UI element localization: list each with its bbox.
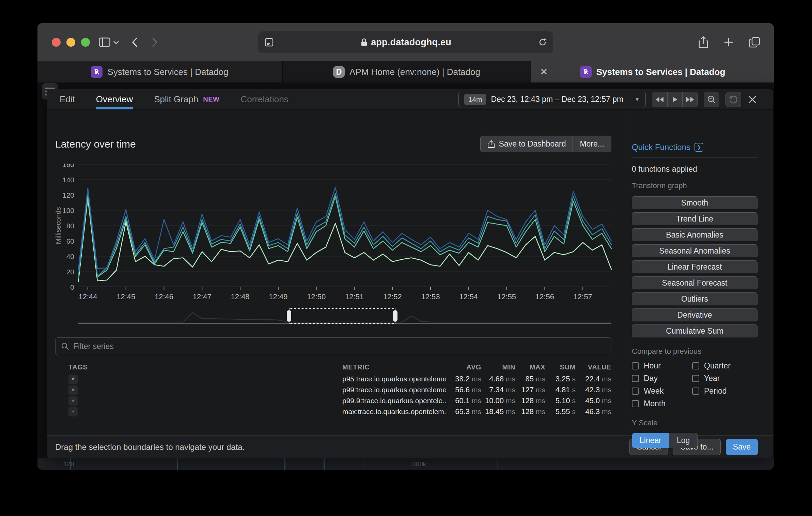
metric-name[interactable]: p99.9:trace.io.quarkus.opentele...	[342, 397, 447, 405]
checkbox-icon[interactable]	[632, 375, 639, 382]
datadog-favicon	[580, 66, 592, 78]
brush-handle-right[interactable]	[393, 310, 397, 322]
compare-checkbox-day[interactable]: Day	[632, 374, 692, 383]
filter-series-field[interactable]	[55, 337, 611, 355]
browser-tab-bar: Systems to Services | Datadog D APM Home…	[37, 61, 774, 82]
svg-text:12:51: 12:51	[345, 292, 364, 301]
tab-correlations[interactable]: Correlations	[240, 89, 288, 109]
quick-functions-sidebar: Quick Functions ❯ 0 functions applied Tr…	[632, 110, 758, 448]
rewind-button[interactable]	[652, 92, 667, 107]
yscale-linear-button[interactable]: Linear	[632, 433, 669, 448]
transform-button-cumulative-sum[interactable]: Cumulative Sum	[632, 324, 758, 337]
time-range-text: Dec 23, 12:43 pm – Dec 23, 12:57 pm	[491, 95, 623, 104]
svg-text:12:57: 12:57	[574, 292, 592, 301]
tab-overview-icon[interactable]	[749, 37, 760, 48]
svg-text:12:55: 12:55	[497, 292, 516, 301]
zoom-out-button[interactable]	[704, 92, 719, 107]
filter-series-input[interactable]	[73, 342, 606, 351]
transform-button-seasonal-anomalies[interactable]: Seasonal Anomalies	[632, 244, 758, 257]
reload-icon[interactable]	[538, 38, 547, 47]
modal-body: Latency over time Save to Dashboard More…	[47, 110, 773, 435]
compare-checkbox-hour[interactable]: Hour	[632, 361, 692, 370]
transform-button-derivative[interactable]: Derivative	[632, 308, 758, 321]
table-header-row: TAGSMETRICAVGMINMAXSUMVALUE	[55, 363, 611, 371]
close-tab-icon[interactable]: ✕	[540, 67, 548, 77]
time-range-picker[interactable]: 14m Dec 23, 12:43 pm – Dec 23, 12:57 pm …	[458, 92, 646, 107]
browser-tab-1[interactable]: Systems to Services | Datadog	[37, 61, 283, 82]
tag-chip[interactable]: *	[68, 375, 78, 384]
brush-selection[interactable]	[289, 308, 395, 324]
compare-checkbox-quarter[interactable]: Quarter	[692, 361, 758, 370]
metric-name[interactable]: max:trace.io.quarkus.opentelem...	[342, 408, 447, 416]
tag-chip[interactable]: *	[68, 385, 78, 395]
back-button[interactable]	[131, 37, 138, 47]
quick-functions-link[interactable]: Quick Functions ❯	[632, 142, 758, 152]
zoom-window-button[interactable]	[81, 38, 90, 47]
close-window-button[interactable]	[52, 38, 61, 47]
expand-icon: ❯	[694, 143, 703, 152]
browser-tab-2[interactable]: D APM Home (env:none) | Datadog	[283, 61, 531, 82]
svg-text:12:50: 12:50	[307, 292, 326, 301]
svg-text:100: 100	[62, 207, 74, 214]
chevron-down-icon[interactable]	[113, 40, 119, 44]
table-row[interactable]: *max:trace.io.quarkus.opentelem...65.3ms…	[55, 406, 611, 417]
compare-label: Compare to previous	[632, 347, 758, 356]
checkbox-icon[interactable]	[632, 362, 639, 369]
checkbox-icon[interactable]	[632, 388, 639, 395]
background-axis-label: 300k	[412, 460, 426, 468]
more-button[interactable]: More...	[573, 136, 611, 152]
metric-name[interactable]: p95:trace.io.quarkus.openteleme...	[342, 375, 447, 383]
transform-button-seasonal-forecast[interactable]: Seasonal Forecast	[632, 276, 758, 289]
save-to-dashboard-button[interactable]: Save to Dashboard	[481, 136, 573, 152]
datadog-favicon	[91, 66, 103, 78]
checkbox-icon[interactable]	[692, 388, 699, 395]
sidebar-toggle-icon[interactable]	[99, 37, 110, 47]
close-modal-icon[interactable]	[747, 95, 758, 104]
table-row[interactable]: *p99:trace.io.quarkus.openteleme...56.6m…	[55, 384, 611, 395]
yscale-log-button[interactable]: Log	[669, 433, 697, 448]
browser-tab-3-active[interactable]: ✕ Systems to Services | Datadog	[531, 61, 774, 82]
traffic-lights	[52, 38, 90, 47]
tag-chip[interactable]: *	[68, 396, 78, 406]
transform-button-outliers[interactable]: Outliers	[632, 292, 758, 305]
checkbox-icon[interactable]	[692, 375, 699, 382]
tag-chip[interactable]: *	[68, 407, 78, 416]
compare-checkbox-month[interactable]: Month	[632, 399, 692, 408]
latency-chart[interactable]: 020406080100120140160Milliseconds12:4412…	[55, 164, 614, 307]
fast-forward-button[interactable]	[682, 92, 697, 107]
reset-button[interactable]	[725, 92, 741, 107]
transform-button-trend-line[interactable]: Trend Line	[632, 212, 758, 225]
table-row[interactable]: *p95:trace.io.quarkus.openteleme...38.2m…	[55, 374, 611, 384]
play-button[interactable]	[667, 92, 682, 107]
compare-checkbox-period[interactable]: Period	[692, 386, 758, 396]
tab-split-graph[interactable]: Split Graph NEW	[154, 89, 219, 109]
svg-text:12:54: 12:54	[459, 292, 478, 301]
transform-button-linear-forecast[interactable]: Linear Forecast	[632, 260, 758, 273]
minimize-window-button[interactable]	[66, 38, 75, 47]
checkbox-icon[interactable]	[692, 362, 699, 369]
new-tab-icon[interactable]	[723, 37, 734, 47]
share-icon[interactable]	[698, 36, 708, 48]
compare-checkbox-year[interactable]: Year	[692, 374, 758, 383]
forward-button[interactable]	[152, 37, 158, 47]
brush-handle-left[interactable]	[287, 310, 291, 322]
new-badge: NEW	[203, 95, 219, 103]
metric-name[interactable]: p99:trace.io.quarkus.openteleme...	[342, 386, 447, 394]
background-chart-strip: 120 300k	[37, 458, 774, 470]
time-brush[interactable]	[78, 308, 611, 324]
transform-graph-label: Transform graph	[632, 181, 758, 190]
yscale-label: Y Scale	[632, 419, 758, 427]
svg-text:12:46: 12:46	[155, 292, 173, 301]
transform-button-smooth[interactable]: Smooth	[632, 196, 758, 209]
compare-checkbox-week[interactable]: Week	[632, 386, 692, 396]
time-duration-badge: 14m	[464, 94, 486, 105]
transform-button-basic-anomalies[interactable]: Basic Anomalies	[632, 228, 758, 241]
checkbox-icon[interactable]	[632, 400, 639, 407]
tab-overview[interactable]: Overview	[96, 89, 133, 109]
table-row[interactable]: *p99.9:trace.io.quarkus.opentele...60.1m…	[55, 395, 611, 406]
tab-edit[interactable]: Edit	[60, 89, 75, 109]
address-bar[interactable]: app.datadoghq.eu	[258, 31, 553, 53]
page-settings-icon[interactable]	[264, 37, 274, 47]
url-text: app.datadoghq.eu	[371, 37, 451, 48]
tab-title: Systems to Services | Datadog	[107, 67, 228, 77]
